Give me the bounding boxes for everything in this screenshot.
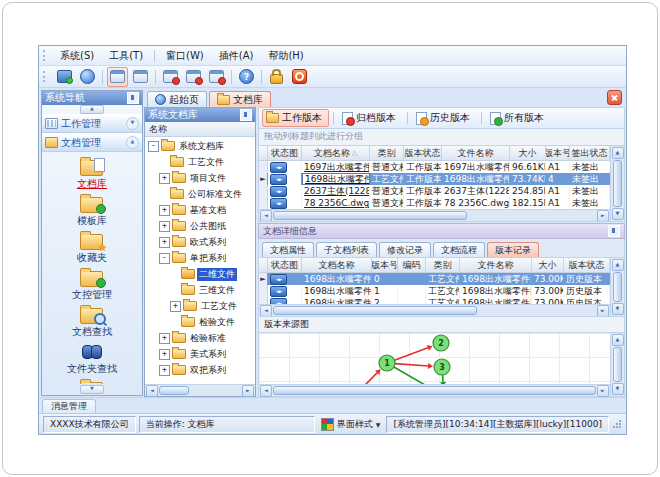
column-header[interactable]: 签出状态	[570, 146, 610, 160]
table-row[interactable]: ◄►1698出水嘴零件图.dwg2工艺文件1698出水嘴零件图.dwg73.00…	[259, 297, 610, 304]
tree-node[interactable]: +美式系列	[145, 346, 255, 362]
scroll-left-icon[interactable]: ◄	[260, 305, 272, 317]
tree-node[interactable]: +公共图纸	[145, 218, 255, 234]
scroll-thumb[interactable]	[273, 306, 477, 315]
resize-grip[interactable]	[612, 419, 622, 429]
scroll-up-icon[interactable]: ▲	[612, 147, 624, 159]
tree-node[interactable]: +欧式系列	[145, 234, 255, 250]
tree-node[interactable]: +项目文件	[145, 170, 255, 186]
graph-vertical-scrollbar[interactable]: ▲ ▼	[610, 333, 624, 396]
tree-node[interactable]: -单把系列	[145, 250, 255, 266]
menubar-drag-grip[interactable]	[43, 50, 48, 61]
table-row[interactable]: ◄►78 2356C.dwg普通文档工作版本78 2356C.dwg182.15…	[259, 197, 610, 209]
scroll-left-icon[interactable]: ◄	[260, 210, 272, 222]
display-icon-button[interactable]	[54, 67, 75, 87]
menu-item[interactable]: 帮助(H)	[261, 48, 310, 64]
sidebar-item-binoculars[interactable]: 文件夹查找	[67, 342, 117, 376]
doc-name-link[interactable]: 1697出水嘴零件图.dwg	[304, 161, 370, 173]
pin-icon[interactable]	[127, 92, 139, 104]
expander-minus-icon[interactable]: -	[159, 253, 170, 264]
mail-alert-icon-button[interactable]	[183, 67, 204, 87]
expander-plus-icon[interactable]: +	[159, 365, 170, 376]
tree-node[interactable]: 公司标准文件	[145, 186, 255, 202]
toolbar-drag-grip[interactable]	[43, 71, 48, 82]
column-header[interactable]: 编码	[398, 258, 426, 272]
version-filter-working[interactable]: 工作版本	[262, 109, 329, 127]
doc-name-cell[interactable]: 1698出水嘴零件图.dwg	[302, 173, 370, 185]
tree-column-header[interactable]: 名称	[145, 122, 255, 137]
collapse-up-button[interactable]: ▲	[80, 105, 104, 114]
scroll-up-icon[interactable]: ▲	[612, 259, 624, 271]
ui-style-button[interactable]: 界面样式 ▼	[318, 418, 384, 431]
detail-tab[interactable]: 文档流程	[433, 242, 485, 257]
scroll-left-icon[interactable]: ◄	[146, 385, 158, 397]
doc-name-link[interactable]: 2637主体(12284).dwg	[304, 185, 370, 197]
tree-node[interactable]: +双把系列	[145, 362, 255, 378]
column-header[interactable]: 大小	[510, 146, 546, 160]
menu-item[interactable]: 窗口(W)	[159, 48, 211, 64]
scroll-down-icon[interactable]: ▼	[612, 303, 624, 315]
doc-name-cell[interactable]: 1697出水嘴零件图.dwg	[302, 161, 370, 173]
documents-horizontal-scrollbar[interactable]: ◄ ►	[259, 209, 610, 221]
tree-node[interactable]: +检验标准	[145, 330, 255, 346]
tab-start-page[interactable]: 起始页	[147, 91, 207, 107]
tree-node[interactable]: 三维文件	[145, 282, 255, 298]
graph-horizontal-scrollbar[interactable]: ◄ ►	[259, 384, 610, 396]
scroll-right-icon[interactable]: ►	[597, 210, 609, 222]
collapse-down-button[interactable]: ▼	[80, 385, 104, 394]
column-header[interactable]: 类别	[370, 146, 404, 160]
version-horizontal-scrollbar[interactable]: ◄ ►	[259, 304, 610, 316]
chevron-down-icon[interactable]: ▼	[126, 117, 139, 130]
table-row[interactable]: ►◄►1698出水嘴零件图.dwg0工艺文件1698出水嘴零件图.dwg73.0…	[259, 273, 610, 285]
detail-tab[interactable]: 修改记录	[379, 242, 431, 257]
sidebar-group-document[interactable]: 文档管理▲	[42, 133, 142, 152]
scroll-left-icon[interactable]: ◄	[260, 385, 272, 397]
tree-horizontal-scrollbar[interactable]: ◄ ►	[145, 384, 255, 396]
sidebar-item-folder-template[interactable]: 模板库	[77, 194, 107, 228]
version-graph-canvas[interactable]: 01234	[259, 333, 610, 384]
power-icon-button[interactable]	[289, 67, 310, 87]
sidebar-item-search-doc[interactable]: 文档查找	[72, 305, 112, 339]
tab-document-library[interactable]: 文档库	[209, 91, 271, 107]
expander-plus-icon[interactable]: +	[159, 349, 170, 360]
scroll-thumb[interactable]	[273, 211, 467, 220]
scroll-thumb[interactable]	[159, 386, 189, 395]
detail-pin-icon[interactable]	[608, 225, 620, 237]
expander-plus-icon[interactable]: +	[159, 205, 170, 216]
sidebar-item-folder-control[interactable]: 文控管理	[72, 268, 112, 302]
expander-plus-icon[interactable]: +	[159, 333, 170, 344]
tree-node[interactable]: 工艺文件	[145, 154, 255, 170]
sidebar-item-folder-doc[interactable]: 文档库	[77, 157, 107, 191]
scroll-thumb[interactable]	[613, 272, 622, 302]
expander-plus-icon[interactable]: +	[159, 221, 170, 232]
sidebar-item-folder-star[interactable]: ★收藏夹	[77, 231, 107, 265]
version-filter-history[interactable]: 历史版本	[412, 109, 477, 127]
expander-minus-icon[interactable]: -	[148, 141, 159, 152]
column-header[interactable]: 大小	[532, 258, 564, 272]
doc-name-cell[interactable]: 2637主体(12284).dwg	[302, 185, 370, 197]
scroll-right-icon[interactable]: ►	[597, 305, 609, 317]
scroll-thumb[interactable]	[613, 347, 622, 382]
table-row[interactable]: ◄►1697出水嘴零件图.dwg普通文档工作版本1697出水嘴零件图.dwg96…	[259, 161, 610, 173]
tree-node[interactable]: -系统文档库	[145, 138, 255, 154]
table-row[interactable]: ◄►2637主体(12284).dwg普通文档工作版本2637主体(12284)…	[259, 185, 610, 197]
column-header[interactable]: 状态图	[268, 258, 302, 272]
documents-vertical-scrollbar[interactable]: ▲ ▼	[610, 146, 624, 221]
scroll-right-icon[interactable]: ►	[242, 385, 254, 397]
version-filter-all[interactable]: 所有版本	[486, 109, 551, 127]
sidebar-group-work[interactable]: 工作管理▼	[42, 114, 142, 133]
column-header[interactable]: 文件名称	[442, 146, 510, 160]
mail-remove-icon-button[interactable]	[160, 67, 181, 87]
detail-tab[interactable]: 版本记录	[487, 242, 539, 257]
tree-node[interactable]: +基准文档	[145, 202, 255, 218]
column-header[interactable]: 文档名称	[302, 258, 372, 272]
column-header[interactable]: 文档名称△	[302, 146, 370, 160]
version-vertical-scrollbar[interactable]: ▲ ▼	[610, 258, 624, 316]
scroll-thumb[interactable]	[273, 386, 596, 395]
folder-window-icon-button[interactable]	[107, 67, 128, 87]
menu-item[interactable]: 插件(A)	[212, 48, 261, 64]
scroll-down-icon[interactable]: ▼	[612, 383, 624, 395]
chevron-up-icon[interactable]: ▲	[126, 136, 139, 149]
scroll-thumb[interactable]	[613, 160, 622, 207]
expander-plus-icon[interactable]: +	[159, 237, 170, 248]
